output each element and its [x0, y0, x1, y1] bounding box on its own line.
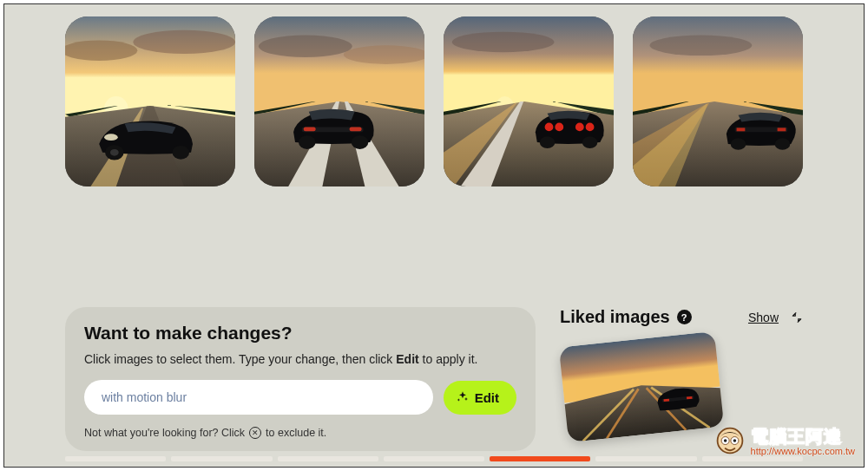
- progress-seg-2: [171, 456, 272, 461]
- edit-panel: Want to make changes? Click images to se…: [65, 307, 536, 451]
- show-link[interactable]: Show: [748, 311, 779, 324]
- svg-point-47: [731, 138, 746, 150]
- progress-seg-6: [595, 456, 696, 461]
- svg-point-39: [586, 123, 595, 132]
- svg-point-12: [104, 134, 118, 141]
- liked-panel: Liked images ? Show: [560, 307, 803, 451]
- svg-rect-25: [350, 127, 362, 131]
- edit-panel-instruction: Click images to select them. Type your c…: [84, 352, 516, 366]
- svg-point-10: [110, 149, 119, 156]
- svg-point-38: [575, 123, 584, 132]
- svg-point-21: [299, 135, 316, 149]
- svg-rect-13: [254, 16, 424, 114]
- svg-point-36: [545, 123, 554, 132]
- svg-point-27: [452, 32, 555, 53]
- progress-bar: [65, 456, 803, 461]
- exclude-icon: ✕: [249, 427, 261, 439]
- sparkle-icon: [456, 390, 470, 404]
- svg-rect-26: [444, 16, 614, 114]
- svg-rect-50: [737, 128, 746, 131]
- svg-rect-51: [778, 128, 786, 131]
- svg-point-22: [352, 135, 369, 149]
- generated-image-3[interactable]: [444, 16, 614, 186]
- svg-point-34: [540, 136, 556, 148]
- progress-seg-1: [65, 456, 166, 461]
- svg-point-2: [133, 30, 235, 54]
- help-icon[interactable]: ?: [677, 310, 692, 324]
- generated-image-4[interactable]: [633, 16, 803, 186]
- generated-image-2[interactable]: [254, 16, 424, 186]
- edit-prompt-input[interactable]: [84, 380, 433, 415]
- svg-point-35: [582, 136, 598, 148]
- edit-button-label: Edit: [475, 390, 499, 405]
- edit-button[interactable]: Edit: [444, 381, 516, 415]
- edit-panel-title: Want to make changes?: [84, 323, 516, 343]
- collapse-icon[interactable]: [791, 311, 803, 324]
- svg-point-14: [259, 36, 352, 57]
- svg-point-11: [172, 146, 189, 160]
- liked-title: Liked images: [560, 307, 670, 327]
- progress-seg-3: [278, 456, 378, 461]
- svg-point-37: [555, 123, 563, 132]
- liked-image-1[interactable]: [559, 331, 725, 442]
- progress-seg-4: [384, 456, 484, 461]
- generated-image-row: [4, 4, 864, 186]
- svg-point-48: [775, 138, 791, 150]
- svg-rect-24: [304, 127, 316, 131]
- generated-image-1[interactable]: [65, 16, 235, 186]
- progress-seg-5: [490, 456, 590, 461]
- exclude-hint: Not what you're looking for? Click ✕ to …: [84, 427, 516, 439]
- svg-rect-40: [633, 16, 803, 114]
- progress-seg-7: [702, 456, 803, 461]
- svg-point-41: [650, 36, 753, 56]
